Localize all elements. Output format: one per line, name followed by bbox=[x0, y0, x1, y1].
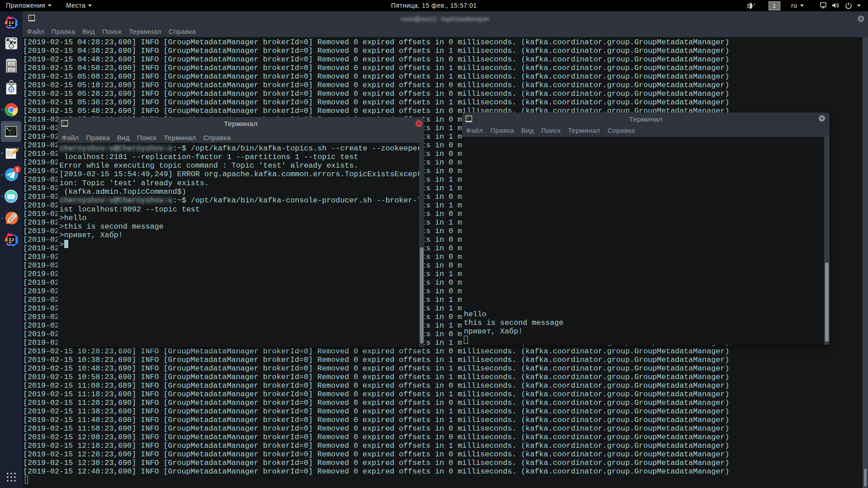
svg-text:IJ: IJ bbox=[9, 20, 14, 25]
svg-text:s: s bbox=[754, 2, 756, 6]
svg-text:1: 1 bbox=[16, 167, 19, 172]
svg-text:IJ: IJ bbox=[9, 238, 14, 243]
